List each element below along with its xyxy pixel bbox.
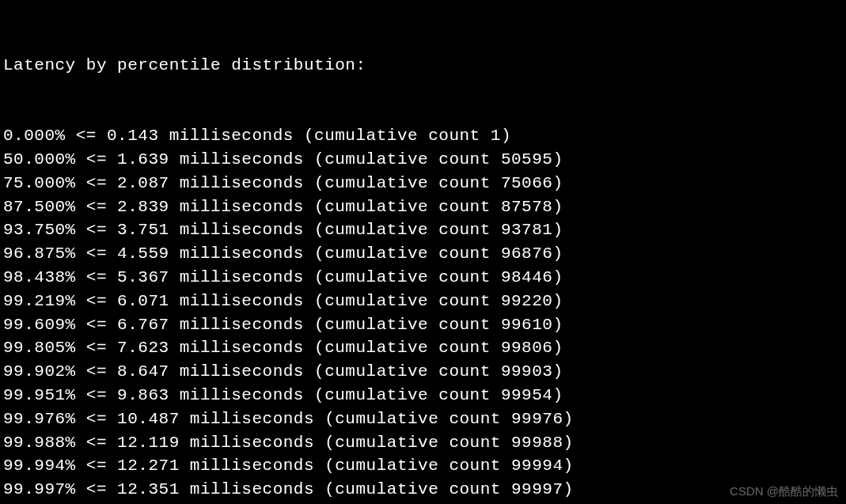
- percentile-row: 50.000% <= 1.639 milliseconds (cumulativ…: [3, 148, 843, 172]
- percentile-row: 75.000% <= 2.087 milliseconds (cumulativ…: [3, 172, 843, 195]
- percentile-row: 98.438% <= 5.367 milliseconds (cumulativ…: [3, 266, 843, 290]
- header-line: Latency by percentile distribution:: [3, 54, 843, 78]
- percentile-row: 96.875% <= 4.559 milliseconds (cumulativ…: [3, 242, 843, 266]
- percentile-row: 93.750% <= 3.751 milliseconds (cumulativ…: [3, 218, 843, 242]
- percentile-row: 99.997% <= 12.351 milliseconds (cumulati…: [3, 478, 843, 502]
- watermark-text: CSDN @酷酷的懒虫: [730, 484, 838, 499]
- percentile-row: 99.805% <= 7.623 milliseconds (cumulativ…: [3, 336, 843, 360]
- percentile-row: 99.994% <= 12.271 milliseconds (cumulati…: [3, 454, 843, 478]
- percentile-rows: 0.000% <= 0.143 milliseconds (cumulative…: [3, 124, 843, 504]
- percentile-row: 99.988% <= 12.119 milliseconds (cumulati…: [3, 431, 843, 455]
- percentile-row: 99.951% <= 9.863 milliseconds (cumulativ…: [3, 384, 843, 407]
- percentile-row: 99.219% <= 6.071 milliseconds (cumulativ…: [3, 290, 843, 313]
- percentile-row: 99.902% <= 8.647 milliseconds (cumulativ…: [3, 360, 843, 384]
- terminal-output: Latency by percentile distribution: 0.00…: [3, 6, 843, 504]
- percentile-row: 99.609% <= 6.767 milliseconds (cumulativ…: [3, 313, 843, 337]
- percentile-row: 0.000% <= 0.143 milliseconds (cumulative…: [3, 124, 843, 148]
- percentile-row: 99.976% <= 10.487 milliseconds (cumulati…: [3, 407, 843, 431]
- percentile-row: 87.500% <= 2.839 milliseconds (cumulativ…: [3, 195, 843, 219]
